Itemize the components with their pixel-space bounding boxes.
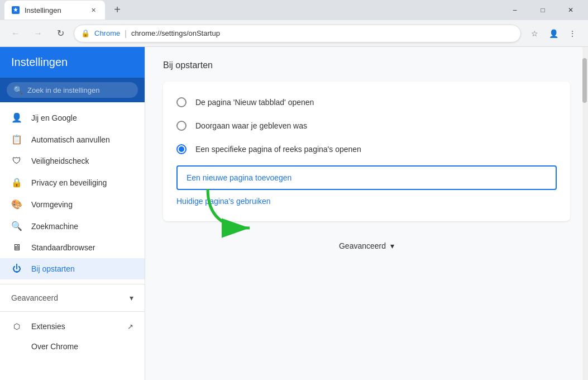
search-input[interactable] [27,86,131,94]
power-icon: ⏻ [11,264,22,274]
shield-icon: 🛡 [11,156,22,166]
sidebar-item-jij-en-google[interactable]: 👤 Jij en Google [0,107,145,129]
options-card: De pagina 'Nieuw tabblad' openen Doorgaa… [163,82,570,221]
browser-frame: Instellingen ✕ + – □ ✕ ← → ↻ 🔒 Chrome | … [0,0,588,380]
content-inner: Bij opstarten De pagina 'Nieuw tabblad' … [163,60,570,259]
nav-label-automatisch: Automatisch aanvullen [31,135,110,144]
nav-label-vormgeving: Vormgeving [31,200,73,209]
sidebar: Instellingen 🔍 👤 Jij en Google 📋 Automat… [0,47,145,380]
nav-divider-2 [0,311,145,312]
back-button[interactable]: ← [7,25,25,42]
address-bar-actions: ☆ 👤 ⋮ [525,25,581,42]
scrollbar-thumb[interactable] [582,58,587,103]
sidebar-item-zoekmachine[interactable]: 🔍 Zoekmachine [0,215,145,237]
extensions-icon: ⬡ [11,322,22,331]
sidebar-item-standaardbrowser[interactable]: 🖥 Standaardbrowser [0,237,145,258]
radio-dot [179,146,184,152]
advanced-chevron: ▾ [390,241,394,250]
sidebar-item-privacy[interactable]: 🔒 Privacy en beveiliging [0,172,145,193]
person-icon: 👤 [11,112,22,123]
browser-icon: 🖥 [11,243,22,253]
page-content: Bij opstarten De pagina 'Nieuw tabblad' … [145,47,588,380]
autofill-icon: 📋 [11,134,22,145]
sidebar-title: Instellingen [11,56,133,69]
search-icon: 🔍 [13,86,23,94]
search-bar: 🔍 [0,78,145,102]
sidebar-header: Instellingen [0,47,145,78]
radio-new-tab[interactable] [176,97,187,107]
window-controls: – □ ✕ [502,2,584,18]
over-chrome-label: Over Chrome [31,342,78,351]
address-bar: ← → ↻ 🔒 Chrome | chrome://settings/onSta… [0,20,588,47]
url-path: chrome://settings/onStartup [131,29,220,37]
menu-button[interactable]: ⋮ [563,25,581,42]
active-tab[interactable]: Instellingen ✕ [4,1,105,20]
external-link-icon: ↗ [127,322,133,331]
advanced-section-nav[interactable]: Geavanceerd ▾ [0,289,145,307]
url-separator: | [125,29,127,38]
palette-icon: 🎨 [11,199,22,210]
lock-icon: 🔒 [11,177,22,188]
add-page-box: Een nieuwe pagina toevoegen [176,165,557,190]
nav-label-jij-en-google: Jij en Google [31,113,77,122]
advanced-label: Geavanceerd [11,293,58,302]
section-title: Bij opstarten [163,60,570,70]
sidebar-item-veiligheidscheck[interactable]: 🛡 Veiligheidscheck [0,150,145,172]
reload-button[interactable]: ↻ [51,25,69,42]
option-specific-label: Een specifieke pagina of reeks pagina's … [195,145,361,154]
tab-favicon [11,6,20,15]
tab-close-button[interactable]: ✕ [88,5,98,15]
nav-label-bij-opstarten: Bij opstarten [31,264,75,273]
radio-specific-page[interactable] [176,144,187,154]
radio-continue[interactable] [176,121,187,131]
lock-icon: 🔒 [81,29,90,37]
nav-label-standaard: Standaardbrowser [31,243,95,252]
sidebar-item-extensies[interactable]: ⬡ Extensies ↗ [0,316,145,336]
maximize-button[interactable]: □ [530,2,556,18]
scrollbar-track[interactable] [582,47,588,380]
use-current-link[interactable]: Huidige pagina's gebruiken [176,194,557,208]
advanced-dropdown[interactable]: Geavanceerd ▾ [163,232,570,259]
forward-button[interactable]: → [29,25,47,42]
sidebar-item-vormgeving[interactable]: 🎨 Vormgeving [0,193,145,215]
sidebar-nav: 👤 Jij en Google 📋 Automatisch aanvullen … [0,102,145,380]
option-specific-page[interactable]: Een specifieke pagina of reeks pagina's … [163,137,570,161]
advanced-dropdown-label: Geavanceerd [339,241,386,250]
option-new-tab[interactable]: De pagina 'Nieuw tabblad' openen [163,91,570,114]
bookmark-button[interactable]: ☆ [525,25,543,42]
minimize-button[interactable]: – [502,2,528,18]
tab-title: Instellingen [25,6,84,15]
close-button[interactable]: ✕ [558,2,584,18]
nav-divider [0,284,145,284]
sidebar-item-automatisch-aanvullen[interactable]: 📋 Automatisch aanvullen [0,129,145,150]
main-content: Instellingen 🔍 👤 Jij en Google 📋 Automat… [0,47,588,380]
nav-label-privacy: Privacy en beveiliging [31,178,107,187]
url-source: Chrome [94,29,120,37]
search-wrap: 🔍 [7,82,138,98]
extensions-label: Extensies [31,322,65,331]
account-button[interactable]: 👤 [544,25,562,42]
option-continue-label: Doorgaan waar je gebleven was [195,121,307,130]
search-nav-icon: 🔍 [11,221,22,231]
title-bar: Instellingen ✕ + – □ ✕ [0,0,588,20]
nav-label-veiligheids: Veiligheidscheck [31,156,89,165]
new-tab-button[interactable]: + [109,2,125,17]
sidebar-item-over-chrome[interactable]: Over Chrome [0,336,145,357]
option-new-tab-label: De pagina 'Nieuw tabblad' openen [195,98,314,107]
option-continue[interactable]: Doorgaan waar je gebleven was [163,114,570,137]
chevron-down-icon: ▾ [130,293,133,302]
add-page-link[interactable]: Een nieuwe pagina toevoegen [187,173,291,182]
url-bar[interactable]: 🔒 Chrome | chrome://settings/onStartup [74,25,521,42]
nav-label-zoekmachine: Zoekmachine [31,222,78,231]
sidebar-item-bij-opstarten[interactable]: ⏻ Bij opstarten [0,258,145,279]
